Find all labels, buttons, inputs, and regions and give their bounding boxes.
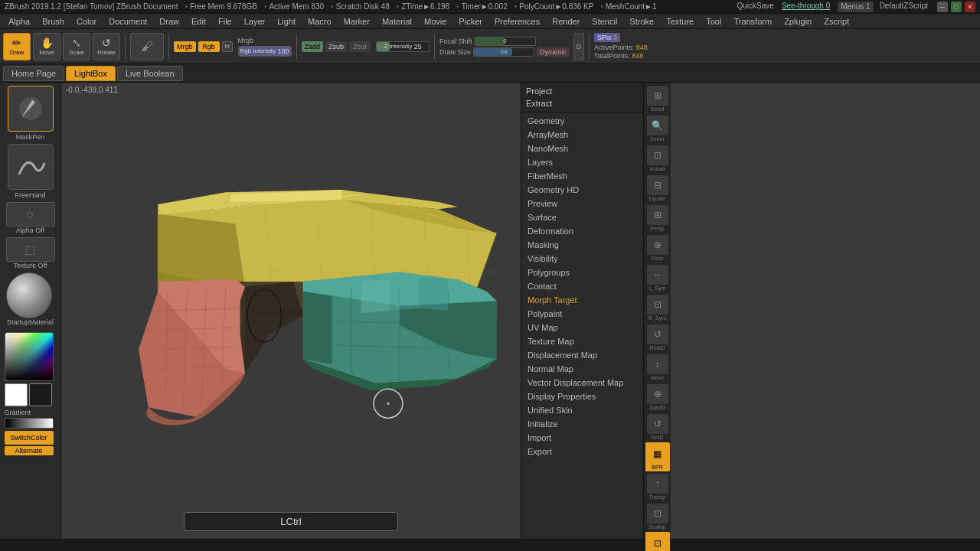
z-intensity-slider[interactable]: Z Intensity 25 — [376, 41, 430, 52]
menu-item-geometry[interactable]: Geometry — [521, 114, 643, 128]
menu-macro[interactable]: Macro — [302, 15, 337, 28]
project-item[interactable]: Project — [526, 85, 639, 97]
menu-item-normal-map[interactable]: Normal Map — [521, 362, 643, 376]
default-zscript-btn[interactable]: DefaultZScript — [880, 2, 928, 12]
far-right-r_sym[interactable]: ⊡ R_Sym — [645, 293, 670, 322]
menu-document[interactable]: Document — [103, 15, 152, 28]
menu-render[interactable]: Render — [547, 15, 585, 28]
menu-item-layers[interactable]: Layers — [521, 155, 643, 169]
menu-picker[interactable]: Picker — [453, 15, 488, 28]
far-right-actual[interactable]: ⊡ Actual — [645, 144, 670, 173]
menu-item-uv-map[interactable]: UV Map — [521, 321, 643, 334]
far-right-move[interactable]: ↕ Move — [645, 353, 670, 382]
lightbox-tab[interactable]: LightBox — [66, 66, 116, 81]
menu-item-displacement-map[interactable]: Displacement Map — [521, 348, 643, 362]
far-right-solo[interactable]: ⊡ Solo — [645, 532, 670, 551]
menu-movie[interactable]: Movie — [419, 15, 452, 28]
menu-item-deformation[interactable]: Deformation — [521, 224, 643, 238]
far-right-zoom[interactable]: 🔍 Zoom — [645, 114, 670, 143]
menu-item-preview[interactable]: Preview — [521, 197, 643, 210]
far-right-l_sym[interactable]: ↔ L_Sym — [645, 263, 670, 292]
extract-item[interactable]: Extract — [526, 97, 639, 109]
background-swatch[interactable] — [29, 383, 52, 406]
home-page-tab[interactable]: Home Page — [3, 66, 64, 81]
draw-size-slider[interactable]: 64 — [473, 47, 534, 57]
color-wheel[interactable] — [5, 332, 54, 381]
far-right-rotad[interactable]: ↺ RotaD — [645, 323, 670, 352]
texture-off-btn[interactable]: ◻ Texture Off — [6, 237, 55, 269]
menu-item-unified-skin[interactable]: Unified Skin — [521, 403, 643, 417]
freehand-brush[interactable]: FreeHand — [5, 144, 57, 199]
far-right-floor[interactable]: ⊕ Floor — [645, 233, 670, 262]
menu-material[interactable]: Material — [377, 15, 417, 28]
zsub-btn[interactable]: Zsub — [325, 41, 347, 52]
menu-stroke[interactable]: Stroke — [624, 15, 659, 28]
scale-mode-btn[interactable]: ⤡ Scale — [63, 33, 90, 60]
menu-item-surface[interactable]: Surface — [521, 210, 643, 224]
move-mode-btn[interactable]: ✋ Move — [33, 33, 60, 60]
close-btn[interactable]: ✕ — [965, 2, 975, 12]
menu-item-export[interactable]: Export — [521, 445, 643, 458]
gradient-bar[interactable] — [5, 418, 54, 429]
far-right-dynam[interactable]: ⊟ Dynam — [645, 174, 670, 203]
spix-btn[interactable]: SPix 3 — [594, 33, 620, 42]
menu-zplugin[interactable]: Zplugin — [779, 15, 817, 28]
far-right-zaedd[interactable]: ⊕ ZaedD — [645, 383, 670, 412]
far-right-bpr[interactable]: ▦ BPR — [645, 442, 670, 471]
menu-item-contact[interactable]: Contact — [521, 279, 643, 293]
quick-save-btn[interactable]: QuickSave — [737, 2, 774, 12]
minimize-btn[interactable]: ─ — [937, 2, 948, 12]
viewport[interactable]: -0.0,-439,0.411 LCtrl — [61, 83, 521, 539]
menu-color[interactable]: Color — [71, 15, 102, 28]
menu-item-morph-target[interactable]: Morph Target — [521, 293, 643, 307]
material-btn[interactable]: StartupMaterial — [6, 272, 55, 326]
switch-color-btn[interactable]: SwitchColor — [5, 431, 54, 445]
menu-layer[interactable]: Layer — [239, 15, 271, 28]
dynamic-badge[interactable]: Dynamic — [537, 47, 570, 57]
menu-item-import[interactable]: Import — [521, 431, 643, 445]
d-btn[interactable]: D — [573, 33, 584, 60]
brush-selector-btn[interactable]: 🖌 — [130, 33, 164, 60]
maximize-btn[interactable]: □ — [951, 2, 962, 12]
rotate-mode-btn[interactable]: ↺ Rotate — [93, 33, 120, 60]
menu-edit[interactable]: Edit — [186, 15, 211, 28]
canvas-area[interactable]: -0.0,-439,0.411 LCtrl — [61, 83, 521, 539]
foreground-swatch[interactable] — [5, 383, 28, 406]
m-btn[interactable]: M — [222, 41, 233, 52]
menu-brush[interactable]: Brush — [37, 15, 70, 28]
far-right-persp[interactable]: ⊞ Persp — [645, 204, 670, 233]
see-through-btn[interactable]: See-through 0 — [782, 2, 830, 12]
menu-transform[interactable]: Transform — [728, 15, 777, 28]
far-right-scallop[interactable]: ⊡ Scallop — [645, 502, 670, 531]
live-boolean-tab[interactable]: Live Boolean — [117, 66, 183, 81]
menu-item-fibermesh[interactable]: FiberMesh — [521, 169, 643, 183]
menu-item-arraymesh[interactable]: ArrayMesh — [521, 128, 643, 142]
menu-stencil[interactable]: Stencil — [586, 15, 622, 28]
rgb-btn[interactable]: Rgb — [198, 41, 220, 52]
draw-mode-btn[interactable]: ✏ Draw — [3, 33, 31, 60]
menu-item-geometry-hd[interactable]: Geometry HD — [521, 183, 643, 197]
menu-zscript[interactable]: Zscript — [818, 15, 854, 28]
far-right-scroll[interactable]: ⊞ Scroll — [645, 84, 670, 113]
menu-light[interactable]: Light — [272, 15, 301, 28]
menu-item-nanomesh[interactable]: NanoMesh — [521, 142, 643, 155]
menu-item-masking[interactable]: Masking — [521, 238, 643, 252]
menu-alpha[interactable]: Alpha — [3, 15, 35, 28]
menu-item-vector-displacement-map[interactable]: Vector Displacement Map — [521, 376, 643, 390]
menu-item-display-properties[interactable]: Display Properties — [521, 390, 643, 403]
far-right-transp[interactable]: ↑ Transp — [645, 472, 670, 501]
menu-item-initialize[interactable]: Initialize — [521, 417, 643, 431]
far-right-rotd[interactable]: ↺ RotD — [645, 412, 670, 442]
focal-shift-slider[interactable]: 0 — [475, 37, 536, 46]
menu-item-visibility[interactable]: Visibility — [521, 252, 643, 266]
maskpen-brush[interactable]: MaskPen — [5, 86, 57, 141]
zcut-btn[interactable]: Zcut — [349, 41, 371, 52]
zadd-btn[interactable]: Zadd — [302, 41, 324, 52]
menus-btn[interactable]: Menus 1 — [838, 2, 873, 12]
menu-item-polypaint[interactable]: Polypaint — [521, 307, 643, 321]
menu-marker[interactable]: Marker — [338, 15, 375, 28]
menu-draw[interactable]: Draw — [154, 15, 185, 28]
menu-item-texture-map[interactable]: Texture Map — [521, 334, 643, 348]
menu-item-polygroups[interactable]: Polygroups — [521, 266, 643, 279]
rgb-intensity-slider[interactable]: Rgb Intensity 100 — [238, 46, 292, 57]
